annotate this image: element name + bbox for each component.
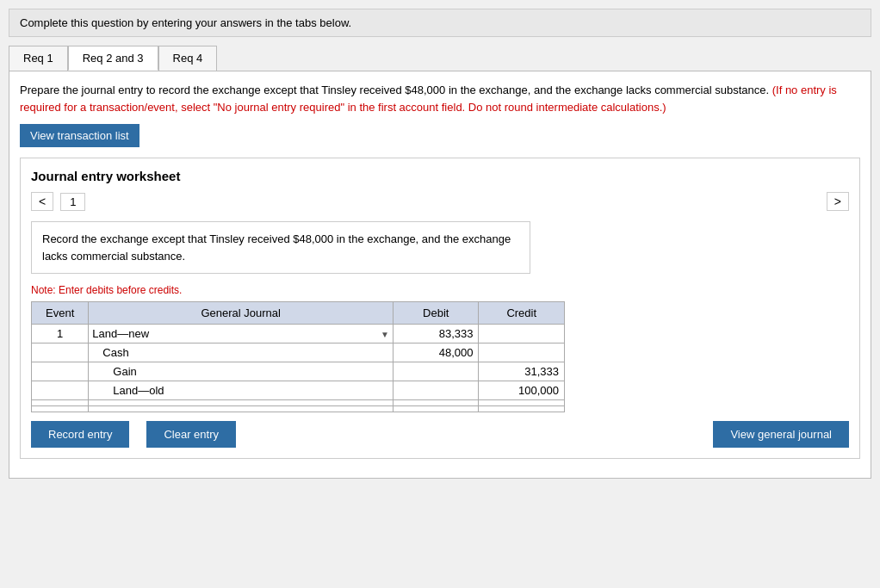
- event-cell-0: 1: [32, 325, 89, 344]
- account-cell-4[interactable]: [89, 400, 394, 406]
- table-header-row: Event General Journal Debit Credit: [32, 302, 565, 325]
- record-entry-button[interactable]: Record entry: [31, 421, 129, 448]
- event-cell-2: [32, 362, 89, 381]
- view-general-journal-button[interactable]: View general journal: [713, 421, 849, 448]
- debit-cell-4[interactable]: [394, 400, 479, 406]
- credit-cell-2[interactable]: 31,333: [479, 362, 565, 381]
- tab-req4[interactable]: Req 4: [158, 46, 218, 71]
- event-cell-1: [32, 344, 89, 362]
- credit-cell-4[interactable]: [479, 400, 565, 406]
- account-cell-0[interactable]: Land—new: [89, 325, 394, 344]
- bottom-buttons: Record entry Clear entry View general jo…: [31, 421, 849, 448]
- clear-entry-button[interactable]: Clear entry: [146, 421, 236, 448]
- tab-req2and3[interactable]: Req 2 and 3: [68, 46, 158, 71]
- description-text: Prepare the journal entry to record the …: [20, 82, 860, 115]
- event-cell-5: [32, 406, 89, 412]
- journal-worksheet: Journal entry worksheet < 1 > Record the…: [20, 158, 860, 459]
- next-page-button[interactable]: >: [827, 192, 849, 211]
- debit-cell-0[interactable]: 83,333: [394, 325, 479, 344]
- prev-page-button[interactable]: <: [31, 192, 53, 211]
- tab-content-area: Prepare the journal entry to record the …: [9, 71, 871, 479]
- table-row: [32, 406, 565, 412]
- credit-cell-0[interactable]: [479, 325, 565, 344]
- debit-cell-1[interactable]: 48,000: [394, 344, 479, 362]
- event-cell-4: [32, 400, 89, 406]
- account-cell-1[interactable]: Cash: [89, 344, 394, 362]
- instruction-text: Complete this question by entering your …: [20, 16, 351, 29]
- credit-cell-3[interactable]: 100,000: [479, 381, 565, 400]
- credit-cell-1[interactable]: [479, 344, 565, 362]
- col-general-journal: General Journal: [89, 302, 394, 325]
- description-main: Prepare the journal entry to record the …: [20, 84, 769, 96]
- table-row: Gain31,333: [32, 362, 565, 381]
- instruction-bar: Complete this question by entering your …: [9, 9, 871, 37]
- debit-cell-3[interactable]: [394, 381, 479, 400]
- account-cell-2[interactable]: Gain: [89, 362, 394, 381]
- table-row: Cash48,000: [32, 344, 565, 362]
- table-row: Land—old100,000: [32, 381, 565, 400]
- worksheet-title: Journal entry worksheet: [31, 169, 849, 183]
- page-wrapper: Complete this question by entering your …: [0, 0, 880, 496]
- event-cell-3: [32, 381, 89, 400]
- credit-cell-5[interactable]: [479, 406, 565, 412]
- nav-row: < 1 >: [31, 192, 849, 211]
- note-text: Note: Enter debits before credits.: [31, 284, 849, 296]
- debit-cell-5[interactable]: [394, 406, 479, 412]
- account-cell-3[interactable]: Land—old: [89, 381, 394, 400]
- entry-description-box: Record the exchange except that Tinsley …: [31, 221, 530, 274]
- col-credit: Credit: [479, 302, 565, 325]
- debit-cell-2[interactable]: [394, 362, 479, 381]
- tab-req1[interactable]: Req 1: [9, 46, 68, 71]
- table-row: 1Land—new83,333: [32, 325, 565, 344]
- page-number: 1: [60, 193, 85, 211]
- tabs-container: Req 1 Req 2 and 3 Req 4: [9, 46, 871, 71]
- account-cell-5[interactable]: [89, 406, 394, 412]
- col-event: Event: [32, 302, 89, 325]
- view-transaction-button[interactable]: View transaction list: [20, 124, 139, 147]
- col-debit: Debit: [394, 302, 479, 325]
- table-row: [32, 400, 565, 406]
- journal-table: Event General Journal Debit Credit 1Land…: [31, 301, 565, 412]
- entry-description-text: Record the exchange except that Tinsley …: [42, 232, 511, 263]
